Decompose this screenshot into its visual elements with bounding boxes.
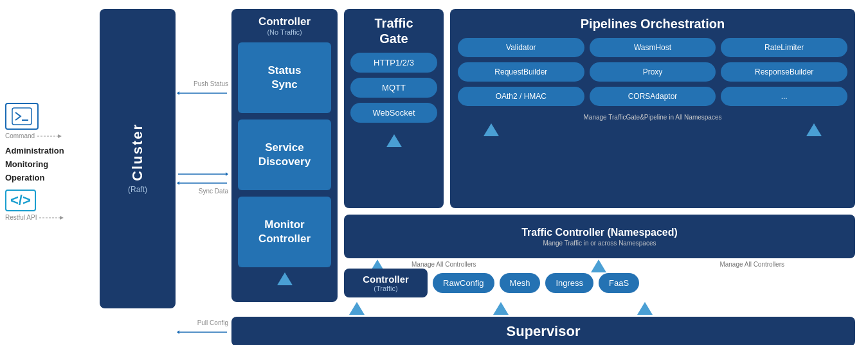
- pipelines-arrows-row: [458, 123, 847, 136]
- svg-marker-16: [484, 123, 499, 136]
- websocket-tag: WebSocket: [350, 103, 437, 123]
- traffic-gate-title: TrafficGate: [350, 15, 437, 46]
- svg-marker-13: [177, 330, 179, 334]
- manage-all-label-1: Manage All Controllers: [411, 261, 476, 268]
- code-icon-row: </>: [5, 190, 95, 211]
- monitor-controller-label: MonitorController: [258, 218, 311, 246]
- admin-line-3: Operation: [5, 172, 95, 185]
- svg-marker-3: [58, 134, 62, 138]
- rawconfig-tag: RawConfig: [433, 273, 494, 293]
- pipelines-manage-label: Manage TrafficGate&Pipeline in All Names…: [584, 114, 722, 121]
- supervisor-title: Supervisor: [507, 323, 581, 340]
- controller-traffic-row: Controller (Traffic) RawConfig Mesh Ingr…: [344, 269, 855, 297]
- svg-marker-14: [277, 272, 293, 285]
- svg-marker-5: [60, 216, 64, 220]
- push-status-label: Push Status: [177, 80, 228, 87]
- svg-marker-11: [177, 181, 179, 185]
- svg-marker-17: [806, 123, 822, 136]
- svg-rect-0: [12, 108, 32, 125]
- svg-marker-21: [493, 302, 509, 315]
- cluster-title: Cluster: [129, 123, 146, 181]
- controller-traffic-subtitle: (Traffic): [352, 285, 420, 292]
- traffic-gate-up-arrow: [350, 134, 437, 150]
- monitor-controller-box: MonitorController: [238, 197, 331, 267]
- pipelines-bottom: Manage TrafficGate&Pipeline in All Names…: [458, 114, 847, 121]
- corsadaptor-tag: CORSAdaptor: [590, 87, 716, 106]
- pull-config-label: Pull Config: [177, 319, 228, 326]
- svg-marker-9: [226, 172, 228, 176]
- admin-line-1: Administration: [5, 145, 95, 158]
- http-tag: HTTP1/2/3: [350, 53, 437, 73]
- traffic-gate-box: TrafficGate HTTP1/2/3 MQTT WebSocket: [344, 9, 444, 208]
- manage-all-label-2: Manage All Controllers: [719, 261, 784, 268]
- controller-no-traffic-title: Controller: [238, 15, 331, 28]
- controller-traffic-box: Controller (Traffic): [344, 269, 428, 297]
- push-status-area: Push Status: [177, 80, 228, 100]
- cluster-box: Cluster (Raft): [100, 9, 176, 308]
- pipelines-box: Pipelines Orchestration Validator WasmHo…: [450, 9, 855, 208]
- terminal-icon: [5, 103, 39, 130]
- status-sync-box: StatusSync: [238, 42, 331, 113]
- controller-up-arrow: [238, 272, 331, 288]
- pipelines-title: Pipelines Orchestration: [458, 17, 847, 31]
- restful-label: Restful API: [5, 214, 37, 221]
- command-label: Command: [5, 132, 35, 139]
- diagram: Command Administration Monitoring Operat…: [0, 0, 868, 345]
- svg-marker-15: [386, 134, 402, 147]
- service-discovery-label: ServiceDiscovery: [258, 141, 311, 169]
- wasmhost-tag: WasmHost: [590, 38, 716, 57]
- manage-labels-row: Manage All Controllers Manage All Contro…: [411, 261, 784, 268]
- responsebuilder-tag: ResponseBuilder: [721, 62, 847, 82]
- requestbuilder-tag: RequestBuilder: [458, 62, 584, 82]
- traffic-controller-manage-label: Mange Traffic in or across Namespaces: [543, 240, 656, 247]
- proxy-tag: Proxy: [590, 62, 716, 82]
- code-icon: </>: [5, 190, 36, 211]
- svg-marker-7: [177, 91, 179, 95]
- pipeline-grid: Validator WasmHost RateLimiter RequestBu…: [458, 38, 847, 106]
- command-arrow: Command: [5, 132, 95, 139]
- bottom-up-arrows: [349, 302, 653, 315]
- cluster-subtitle: (Raft): [128, 185, 147, 194]
- oauth2-tag: OAth2 / HMAC: [458, 87, 584, 106]
- sync-data-area: Sync Data: [177, 170, 228, 195]
- controller-no-traffic-box: Controller (No Traffic) StatusSync Servi…: [231, 9, 338, 302]
- ratelimiter-tag: RateLimiter: [721, 38, 847, 57]
- dots-tag: ...: [721, 87, 847, 106]
- status-sync-label: StatusSync: [268, 64, 302, 92]
- faas-tag: FaaS: [599, 273, 639, 293]
- admin-text: Administration Monitoring Operation: [5, 145, 95, 184]
- pull-config-area: Pull Config: [177, 319, 228, 339]
- admin-panel: Command Administration Monitoring Operat…: [5, 103, 95, 221]
- admin-line-2: Monitoring: [5, 158, 95, 172]
- traffic-controller-box: Traffic Controller (Namespaced) Mange Tr…: [344, 215, 855, 258]
- service-discovery-box: ServiceDiscovery: [238, 119, 331, 190]
- sync-data-label: Sync Data: [177, 188, 228, 195]
- mesh-tag: Mesh: [500, 273, 541, 293]
- restful-arrow: Restful API: [5, 214, 95, 221]
- controller-traffic-title: Controller: [352, 274, 420, 285]
- svg-marker-22: [637, 302, 653, 315]
- validator-tag: Validator: [458, 38, 584, 57]
- traffic-controller-title: Traffic Controller (Namespaced): [521, 227, 678, 238]
- ingress-tag: Ingress: [545, 273, 593, 293]
- supervisor-box: Supervisor: [231, 317, 855, 345]
- controller-no-traffic-subtitle: (No Traffic): [238, 28, 331, 36]
- mqtt-tag: MQTT: [350, 78, 437, 98]
- svg-marker-20: [349, 302, 365, 315]
